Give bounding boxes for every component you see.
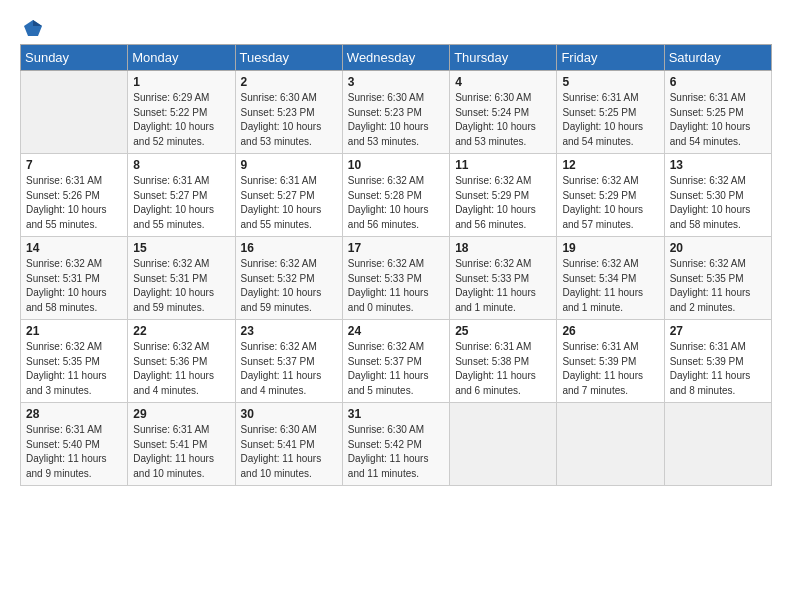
calendar-header-tuesday: Tuesday [235,45,342,71]
day-info: Sunrise: 6:29 AM Sunset: 5:22 PM Dayligh… [133,91,229,149]
day-number: 29 [133,407,229,421]
day-info: Sunrise: 6:32 AM Sunset: 5:35 PM Dayligh… [670,257,766,315]
calendar-cell: 20Sunrise: 6:32 AM Sunset: 5:35 PM Dayli… [664,237,771,320]
calendar-cell: 22Sunrise: 6:32 AM Sunset: 5:36 PM Dayli… [128,320,235,403]
day-info: Sunrise: 6:31 AM Sunset: 5:25 PM Dayligh… [562,91,658,149]
day-info: Sunrise: 6:31 AM Sunset: 5:25 PM Dayligh… [670,91,766,149]
calendar-week-5: 28Sunrise: 6:31 AM Sunset: 5:40 PM Dayli… [21,403,772,486]
calendar-header-wednesday: Wednesday [342,45,449,71]
day-number: 13 [670,158,766,172]
day-info: Sunrise: 6:31 AM Sunset: 5:26 PM Dayligh… [26,174,122,232]
calendar-header-monday: Monday [128,45,235,71]
day-number: 9 [241,158,337,172]
calendar-cell [557,403,664,486]
day-number: 8 [133,158,229,172]
day-number: 16 [241,241,337,255]
day-info: Sunrise: 6:32 AM Sunset: 5:32 PM Dayligh… [241,257,337,315]
calendar-cell: 30Sunrise: 6:30 AM Sunset: 5:41 PM Dayli… [235,403,342,486]
logo-flag-icon [22,18,44,40]
day-info: Sunrise: 6:32 AM Sunset: 5:35 PM Dayligh… [26,340,122,398]
calendar-table: SundayMondayTuesdayWednesdayThursdayFrid… [20,44,772,486]
day-info: Sunrise: 6:32 AM Sunset: 5:36 PM Dayligh… [133,340,229,398]
calendar-cell: 24Sunrise: 6:32 AM Sunset: 5:37 PM Dayli… [342,320,449,403]
calendar-cell: 8Sunrise: 6:31 AM Sunset: 5:27 PM Daylig… [128,154,235,237]
day-number: 22 [133,324,229,338]
calendar-cell: 21Sunrise: 6:32 AM Sunset: 5:35 PM Dayli… [21,320,128,403]
day-info: Sunrise: 6:32 AM Sunset: 5:37 PM Dayligh… [348,340,444,398]
day-info: Sunrise: 6:31 AM Sunset: 5:39 PM Dayligh… [670,340,766,398]
day-info: Sunrise: 6:32 AM Sunset: 5:31 PM Dayligh… [133,257,229,315]
day-info: Sunrise: 6:31 AM Sunset: 5:39 PM Dayligh… [562,340,658,398]
day-info: Sunrise: 6:30 AM Sunset: 5:23 PM Dayligh… [241,91,337,149]
day-number: 3 [348,75,444,89]
day-number: 7 [26,158,122,172]
logo [20,18,44,36]
day-number: 30 [241,407,337,421]
day-info: Sunrise: 6:31 AM Sunset: 5:40 PM Dayligh… [26,423,122,481]
day-info: Sunrise: 6:32 AM Sunset: 5:37 PM Dayligh… [241,340,337,398]
day-info: Sunrise: 6:30 AM Sunset: 5:24 PM Dayligh… [455,91,551,149]
day-number: 17 [348,241,444,255]
calendar-cell: 15Sunrise: 6:32 AM Sunset: 5:31 PM Dayli… [128,237,235,320]
day-number: 31 [348,407,444,421]
svg-marker-1 [33,20,42,26]
calendar-header-saturday: Saturday [664,45,771,71]
calendar-cell: 25Sunrise: 6:31 AM Sunset: 5:38 PM Dayli… [450,320,557,403]
calendar-week-3: 14Sunrise: 6:32 AM Sunset: 5:31 PM Dayli… [21,237,772,320]
day-info: Sunrise: 6:31 AM Sunset: 5:27 PM Dayligh… [133,174,229,232]
calendar-cell: 12Sunrise: 6:32 AM Sunset: 5:29 PM Dayli… [557,154,664,237]
page-header [20,18,772,36]
day-info: Sunrise: 6:31 AM Sunset: 5:27 PM Dayligh… [241,174,337,232]
day-number: 5 [562,75,658,89]
day-info: Sunrise: 6:30 AM Sunset: 5:41 PM Dayligh… [241,423,337,481]
calendar-cell: 28Sunrise: 6:31 AM Sunset: 5:40 PM Dayli… [21,403,128,486]
day-info: Sunrise: 6:32 AM Sunset: 5:29 PM Dayligh… [562,174,658,232]
calendar-cell: 11Sunrise: 6:32 AM Sunset: 5:29 PM Dayli… [450,154,557,237]
calendar-cell: 4Sunrise: 6:30 AM Sunset: 5:24 PM Daylig… [450,71,557,154]
calendar-cell: 6Sunrise: 6:31 AM Sunset: 5:25 PM Daylig… [664,71,771,154]
day-number: 6 [670,75,766,89]
calendar-week-1: 1Sunrise: 6:29 AM Sunset: 5:22 PM Daylig… [21,71,772,154]
day-number: 11 [455,158,551,172]
calendar-header-friday: Friday [557,45,664,71]
day-number: 10 [348,158,444,172]
day-number: 4 [455,75,551,89]
day-number: 12 [562,158,658,172]
calendar-cell: 14Sunrise: 6:32 AM Sunset: 5:31 PM Dayli… [21,237,128,320]
calendar-cell: 16Sunrise: 6:32 AM Sunset: 5:32 PM Dayli… [235,237,342,320]
calendar-cell: 10Sunrise: 6:32 AM Sunset: 5:28 PM Dayli… [342,154,449,237]
calendar-week-4: 21Sunrise: 6:32 AM Sunset: 5:35 PM Dayli… [21,320,772,403]
day-info: Sunrise: 6:32 AM Sunset: 5:34 PM Dayligh… [562,257,658,315]
day-number: 28 [26,407,122,421]
calendar-cell [450,403,557,486]
day-number: 20 [670,241,766,255]
day-number: 1 [133,75,229,89]
day-number: 23 [241,324,337,338]
day-number: 2 [241,75,337,89]
day-number: 27 [670,324,766,338]
day-info: Sunrise: 6:32 AM Sunset: 5:33 PM Dayligh… [348,257,444,315]
calendar-cell [21,71,128,154]
day-info: Sunrise: 6:31 AM Sunset: 5:41 PM Dayligh… [133,423,229,481]
calendar-week-2: 7Sunrise: 6:31 AM Sunset: 5:26 PM Daylig… [21,154,772,237]
day-info: Sunrise: 6:31 AM Sunset: 5:38 PM Dayligh… [455,340,551,398]
day-info: Sunrise: 6:32 AM Sunset: 5:31 PM Dayligh… [26,257,122,315]
day-info: Sunrise: 6:32 AM Sunset: 5:30 PM Dayligh… [670,174,766,232]
calendar-cell: 29Sunrise: 6:31 AM Sunset: 5:41 PM Dayli… [128,403,235,486]
day-number: 21 [26,324,122,338]
day-info: Sunrise: 6:30 AM Sunset: 5:42 PM Dayligh… [348,423,444,481]
calendar-cell: 5Sunrise: 6:31 AM Sunset: 5:25 PM Daylig… [557,71,664,154]
day-number: 24 [348,324,444,338]
calendar-cell: 19Sunrise: 6:32 AM Sunset: 5:34 PM Dayli… [557,237,664,320]
day-number: 18 [455,241,551,255]
day-info: Sunrise: 6:32 AM Sunset: 5:29 PM Dayligh… [455,174,551,232]
calendar-cell: 27Sunrise: 6:31 AM Sunset: 5:39 PM Dayli… [664,320,771,403]
calendar-cell: 9Sunrise: 6:31 AM Sunset: 5:27 PM Daylig… [235,154,342,237]
calendar-header-sunday: Sunday [21,45,128,71]
calendar-header-row: SundayMondayTuesdayWednesdayThursdayFrid… [21,45,772,71]
calendar-cell: 17Sunrise: 6:32 AM Sunset: 5:33 PM Dayli… [342,237,449,320]
day-number: 14 [26,241,122,255]
day-info: Sunrise: 6:32 AM Sunset: 5:28 PM Dayligh… [348,174,444,232]
calendar-cell: 13Sunrise: 6:32 AM Sunset: 5:30 PM Dayli… [664,154,771,237]
calendar-cell: 1Sunrise: 6:29 AM Sunset: 5:22 PM Daylig… [128,71,235,154]
